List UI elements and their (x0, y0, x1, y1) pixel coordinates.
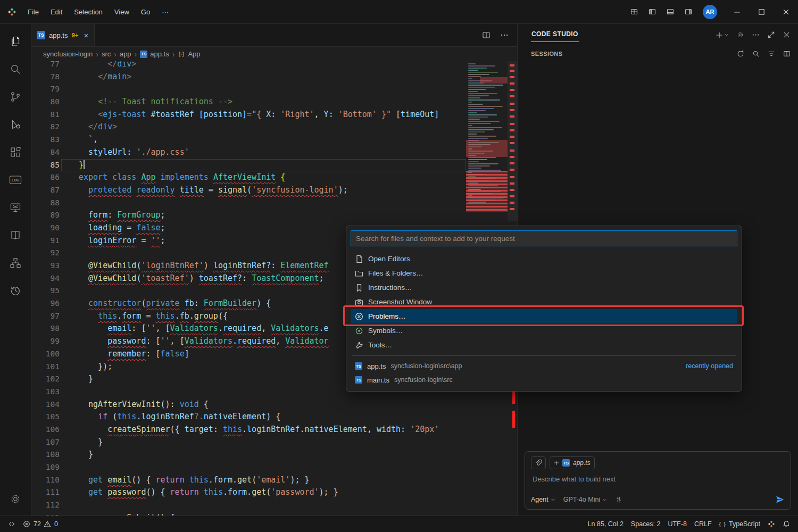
monitor-icon[interactable] (3, 194, 28, 221)
search-icon[interactable] (3, 55, 28, 83)
extensions-icon[interactable] (3, 138, 28, 166)
code-line-89: 89 form: FormGroup; (31, 209, 466, 222)
chip-file-name: app.ts (573, 459, 591, 467)
indentation-button[interactable]: Spaces: 2 (627, 516, 664, 532)
recently-opened-label: recently opened (686, 362, 733, 370)
code-line-80: 80 <!-- Toast notifications --> (31, 96, 466, 109)
toggle-sidebar-icon[interactable] (644, 4, 660, 19)
encoding-button[interactable]: UTF-8 (664, 516, 690, 532)
breadcrumb-separator: › (96, 50, 98, 59)
quickpick-file-main-ts[interactable]: TSmain.tssyncfusion-login\src (351, 373, 737, 387)
explorer-icon[interactable] (3, 28, 28, 55)
code-line-87: 87 protected readonly title = signal('sy… (31, 184, 466, 197)
book-icon[interactable] (3, 221, 28, 249)
run-debug-icon[interactable] (3, 111, 28, 138)
tab-app-ts[interactable]: TS app.ts 9+ × (31, 23, 95, 46)
menu-edit[interactable]: Edit (45, 5, 68, 19)
account-avatar[interactable]: AR (703, 5, 717, 19)
minimap-error-region (466, 140, 508, 157)
menu-go[interactable]: Go (135, 5, 156, 19)
history-icon[interactable] (3, 277, 28, 304)
breadcrumb-item-src[interactable]: src (102, 50, 111, 58)
chat-prompt-input[interactable]: Describe what to build next (533, 475, 783, 495)
new-session-button[interactable] (716, 31, 729, 39)
quickpick-search-input[interactable]: Search for files and context to add to y… (351, 230, 737, 246)
quickpick-item-symbols[interactable]: Symbols… (351, 323, 737, 338)
quickpick-item-problems[interactable]: Problems… (351, 309, 737, 323)
log-icon[interactable]: LOG (3, 166, 28, 194)
code-line-109: 109 (31, 461, 466, 474)
breadcrumb-item-project[interactable]: syncfusion-login (43, 50, 93, 58)
symbol-class-icon (178, 51, 185, 58)
filter-icon[interactable] (768, 50, 775, 57)
code-line-84: 84 styleUrl: './app.css' (31, 146, 466, 159)
settings-gear-icon[interactable] (3, 485, 28, 513)
maximize-button[interactable] (749, 0, 774, 23)
source-control-icon[interactable] (3, 83, 28, 111)
extension-logo-icon[interactable] (764, 516, 779, 532)
chat-input-box[interactable]: TS app.ts Describe what to build next Ag… (525, 451, 791, 510)
minimap-error-region (466, 171, 508, 212)
quickpick-file-app-ts[interactable]: TSapp.tssyncfusion-login\src\apprecently… (351, 359, 737, 373)
editor-more-actions-icon[interactable] (500, 31, 509, 39)
quickpick-item-instructions[interactable]: Instructions… (351, 280, 737, 295)
quickpick-item-open-editors[interactable]: Open Editors (351, 252, 737, 266)
panel-more-icon[interactable] (752, 31, 760, 39)
send-button[interactable] (775, 495, 785, 504)
error-icon (355, 312, 363, 321)
context-file-chip[interactable]: TS app.ts (550, 456, 595, 469)
sessions-label: SESSIONS (531, 51, 562, 57)
layout-columns-icon[interactable] (783, 50, 791, 57)
quickpick-files: TSapp.tssyncfusion-login\src\apprecently… (351, 359, 737, 387)
quickpick-separator (352, 355, 736, 356)
svg-text:LOG: LOG (12, 178, 19, 182)
quickpick-item-tools[interactable]: Tools… (351, 338, 737, 352)
tab-close-icon[interactable]: × (84, 31, 89, 40)
refresh-icon[interactable] (737, 50, 744, 57)
layout-grid-icon[interactable] (626, 4, 642, 19)
minimize-button[interactable] (725, 0, 749, 23)
toggle-secondary-sidebar-icon[interactable] (680, 4, 696, 19)
app-logo (7, 7, 16, 16)
typescript-file-icon: TS (355, 362, 362, 370)
panel-settings-gear-icon[interactable] (736, 31, 744, 39)
agent-mode-select[interactable]: Agent (531, 496, 555, 503)
code-line-81: 81 <ejs-toast #toastRef [position]="{ X:… (31, 109, 466, 121)
chat-tools-icon[interactable] (615, 496, 622, 503)
code-line-79: 79 (31, 83, 466, 96)
code-line-107: 107 } (31, 436, 466, 449)
quickpick-item-screenshot-window[interactable]: Screenshot Window (351, 295, 737, 309)
code-line-85: 85} (31, 159, 466, 172)
titlebar: FileEditSelectionViewGo··· AR (0, 0, 798, 24)
breadcrumb-item-app[interactable]: app (120, 50, 131, 58)
close-panel-icon[interactable] (783, 31, 791, 39)
language-mode-button[interactable]: { } TypeScript (716, 516, 764, 532)
search-sessions-icon[interactable] (752, 50, 760, 57)
panel-title: CODE STUDIO (531, 28, 579, 42)
tab-label: app.ts (49, 31, 68, 39)
close-window-button[interactable] (774, 0, 798, 23)
menu-view[interactable]: View (109, 5, 135, 19)
notifications-bell-icon[interactable] (779, 516, 794, 532)
remote-indicator[interactable] (4, 516, 19, 532)
split-editor-icon[interactable] (482, 31, 491, 39)
toggle-panel-icon[interactable] (662, 4, 678, 19)
menu-file[interactable]: File (22, 5, 45, 19)
quickpick-list: Open EditorsFiles & Folders…Instructions… (351, 252, 737, 352)
attach-context-button[interactable] (531, 456, 546, 469)
braces-icon: { } (719, 521, 726, 527)
eol-button[interactable]: CRLF (691, 516, 716, 532)
code-line-104: 104 ngAfterViewInit(): void { (31, 398, 466, 411)
breadcrumb-item-file[interactable]: TS app.ts (140, 50, 169, 58)
menu-selection[interactable]: Selection (68, 5, 108, 19)
problems-button[interactable]: 72 0 (19, 516, 62, 532)
menu-more[interactable]: ··· (156, 5, 174, 19)
hierarchy-icon[interactable] (3, 249, 28, 277)
cursor-position-button[interactable]: Ln 85, Col 2 (584, 516, 627, 532)
model-select[interactable]: GPT-4o Mini (563, 496, 607, 503)
code-line-112: 112 (31, 499, 466, 512)
expand-panel-icon[interactable] (767, 31, 775, 39)
quickpick-item-files-folders[interactable]: Files & Folders… (351, 266, 737, 280)
camera-icon (355, 298, 363, 306)
breadcrumb-item-symbol[interactable]: App (178, 50, 200, 58)
